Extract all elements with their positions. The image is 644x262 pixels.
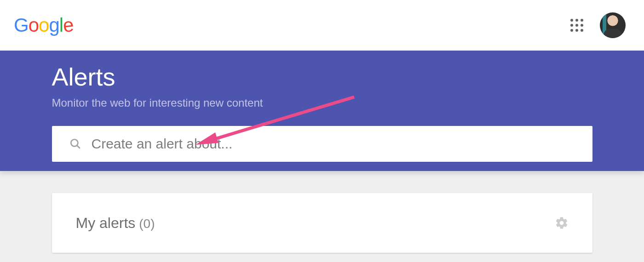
logo-letter: o xyxy=(29,14,39,36)
create-alert-searchbox[interactable] xyxy=(52,126,592,162)
logo-letter: o xyxy=(39,14,49,36)
my-alerts-title: My alerts xyxy=(76,215,136,232)
content-area: My alerts (0) xyxy=(52,171,592,253)
top-right-controls xyxy=(570,12,626,38)
logo-letter: G xyxy=(14,14,29,36)
my-alerts-panel: My alerts (0) xyxy=(52,193,592,253)
my-alerts-count: (0) xyxy=(139,216,155,231)
page-title: Alerts xyxy=(52,63,592,91)
search-icon xyxy=(69,138,81,150)
gear-icon[interactable] xyxy=(555,216,569,230)
svg-line-1 xyxy=(77,145,80,148)
google-logo[interactable]: Google xyxy=(14,14,73,36)
logo-letter: g xyxy=(49,14,59,36)
svg-point-0 xyxy=(71,139,78,146)
account-avatar[interactable] xyxy=(600,12,626,38)
hero-banner: Alerts Monitor the web for interesting n… xyxy=(0,51,644,171)
create-alert-input[interactable] xyxy=(92,126,575,162)
logo-letter: e xyxy=(62,14,75,37)
apps-grid-icon[interactable] xyxy=(570,19,583,32)
top-app-bar: Google xyxy=(0,0,644,51)
page-subtitle: Monitor the web for interesting new cont… xyxy=(52,97,592,109)
